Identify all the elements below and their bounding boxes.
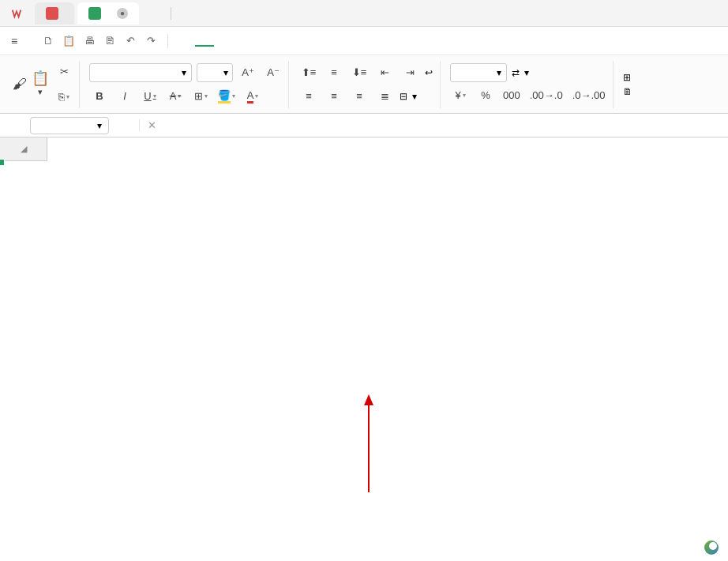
sheet-icon: 🗎 — [623, 86, 632, 97]
cells-group: ⊞ 🗎 — [618, 61, 640, 108]
close-tab-icon[interactable]: ● — [117, 8, 128, 19]
justify-button[interactable]: ≣ — [374, 86, 395, 107]
ribbon-tab-page[interactable] — [239, 36, 258, 46]
ribbon-tab-fangfang[interactable] — [416, 36, 435, 46]
font-name-select[interactable]: ▾ — [89, 63, 192, 82]
number-group: ▾ ⇄▾ ¥▾ % 000 .00→.0 .0→.00 — [445, 61, 614, 108]
cancel-icon[interactable]: ✕ — [148, 119, 156, 131]
convert-icon: ⇄ — [512, 67, 520, 78]
ribbon-tab-member[interactable] — [372, 36, 391, 46]
title-tab-templates[interactable] — [35, 2, 74, 24]
border-icon: ⊞ — [194, 90, 203, 102]
ribbon-tab-data[interactable] — [283, 36, 302, 46]
bucket-icon: 🪣 — [218, 89, 231, 104]
active-cell-outline — [0, 161, 3, 164]
font-group: ▾ ▾ A⁺ A⁻ B I U▾ A▾ ⊞▾ 🪣▾ A▾ — [84, 61, 289, 108]
cut-button[interactable]: ✂ — [54, 62, 74, 82]
ribbon-tab-efficiency[interactable] — [394, 36, 413, 46]
strikethrough-button[interactable]: A▾ — [165, 86, 186, 107]
chevron-down-icon: ▾ — [182, 67, 186, 78]
ribbon-tab-formula[interactable] — [261, 36, 280, 46]
scissors-icon: ✂ — [60, 66, 69, 77]
font-color-button[interactable]: A▾ — [242, 86, 263, 107]
merge-cells-button[interactable]: ⊟▾ — [400, 91, 417, 102]
divider — [171, 7, 171, 20]
chevron-down-icon: ▾ — [497, 67, 501, 78]
chevron-down-icon: ▾ — [97, 120, 102, 131]
decrease-font-button[interactable]: A⁻ — [263, 62, 283, 83]
paste-button[interactable]: 📋▾ — [32, 71, 49, 97]
workbook-tab-icon — [88, 7, 101, 20]
formula-bar: ▾ ✕ — [0, 114, 728, 137]
chevron-down-icon: ▾ — [223, 67, 228, 78]
format-painter-button[interactable]: 🖌 — [13, 77, 27, 92]
border-button[interactable]: ⊞▾ — [190, 86, 211, 107]
save-icon[interactable]: 📋 — [60, 32, 77, 50]
font-size-select[interactable]: ▾ — [197, 63, 233, 82]
name-box[interactable]: ▾ — [30, 117, 109, 134]
ribbon-tab-start[interactable] — [195, 36, 214, 47]
select-all-corner[interactable]: ◢ — [0, 137, 47, 161]
alignment-group: ⬆≡ ≡ ⬇≡ ⇤ ⇥ ↩ ≡ ≡ ≡ ≣ ⊟▾ — [294, 61, 441, 108]
clipboard-group: 🖌 📋▾ ✂ ⎘▾ — [8, 61, 80, 108]
clipboard-icon: 📋 — [32, 71, 49, 85]
ribbon-toolbar: 🖌 📋▾ ✂ ⎘▾ ▾ ▾ A⁺ A⁻ B I U▾ A▾ ⊞▾ 🪣▾ A▾ ⬆… — [0, 55, 728, 114]
wrap-text-button[interactable]: ↩ — [425, 67, 435, 78]
wrap-icon: ↩ — [425, 67, 433, 78]
title-tab-workbook[interactable]: ● — [77, 2, 139, 24]
wps-logo-icon — [11, 8, 22, 19]
font-color-icon: A — [247, 89, 254, 104]
rows-cols-button[interactable]: ⊞ — [623, 72, 633, 83]
menu-bar: ≡ 🗋 📋 🖶 🖹 ↶ ↷ — [0, 27, 728, 55]
print-icon[interactable]: 🖶 — [81, 32, 98, 50]
comma-button[interactable]: 000 — [501, 85, 523, 106]
increase-font-button[interactable]: A⁺ — [238, 62, 258, 83]
fill-color-button[interactable]: 🪣▾ — [216, 86, 238, 107]
templates-tab-icon — [46, 7, 58, 20]
underline-button[interactable]: U▾ — [140, 86, 160, 107]
worksheet-button[interactable]: 🗎 — [623, 86, 635, 97]
copy-button[interactable]: ⎘▾ — [54, 87, 74, 107]
rows-cols-icon: ⊞ — [623, 72, 631, 83]
new-file-icon[interactable]: 🗋 — [39, 32, 57, 50]
comma-icon: 000 — [503, 89, 520, 101]
convert-button[interactable]: ⇄▾ — [512, 67, 529, 78]
ribbon-tab-tools[interactable] — [350, 36, 369, 46]
increase-indent-button[interactable]: ⇥ — [400, 62, 420, 83]
watermark-logo-icon — [704, 540, 719, 555]
percent-button[interactable]: % — [475, 85, 496, 106]
watermark — [704, 540, 722, 555]
column-headers: ◢ — [0, 137, 728, 161]
divider — [167, 34, 168, 48]
italic-button[interactable]: I — [114, 86, 135, 107]
formula-input-area[interactable]: ✕ — [139, 119, 728, 131]
redo-icon[interactable]: ↷ — [142, 32, 159, 50]
increase-decimal-button[interactable]: .0→.00 — [570, 85, 608, 106]
align-left-button[interactable]: ≡ — [298, 86, 319, 107]
merge-icon: ⊟ — [400, 91, 407, 102]
add-tab-button[interactable] — [145, 4, 164, 23]
copy-icon: ⎘ — [58, 91, 65, 103]
number-format-select[interactable]: ▾ — [450, 63, 507, 82]
align-top-button[interactable]: ⬆≡ — [298, 62, 319, 83]
align-right-button[interactable]: ≡ — [349, 86, 370, 107]
hamburger-icon[interactable]: ≡ — [8, 35, 21, 47]
title-bar: ● — [0, 0, 728, 27]
print-preview-icon[interactable]: 🖹 — [101, 32, 118, 50]
ribbon-tab-review[interactable] — [306, 36, 325, 46]
align-middle-button[interactable]: ≡ — [324, 62, 344, 83]
ribbon-tab-view[interactable] — [328, 36, 347, 46]
currency-button[interactable]: ¥▾ — [450, 85, 471, 106]
brush-icon: 🖌 — [13, 77, 27, 91]
align-center-button[interactable]: ≡ — [324, 86, 344, 107]
decrease-decimal-button[interactable]: .00→.0 — [527, 85, 565, 106]
sheet-area: ◢ — [0, 137, 728, 161]
bold-button[interactable]: B — [89, 86, 110, 107]
app-label — [3, 8, 33, 19]
file-menu[interactable] — [24, 38, 36, 44]
ribbon-tab-insert[interactable] — [217, 36, 236, 46]
annotation-arrow — [364, 394, 373, 492]
decrease-indent-button[interactable]: ⇤ — [374, 62, 395, 83]
align-bottom-button[interactable]: ⬇≡ — [349, 62, 370, 83]
undo-icon[interactable]: ↶ — [122, 32, 139, 50]
